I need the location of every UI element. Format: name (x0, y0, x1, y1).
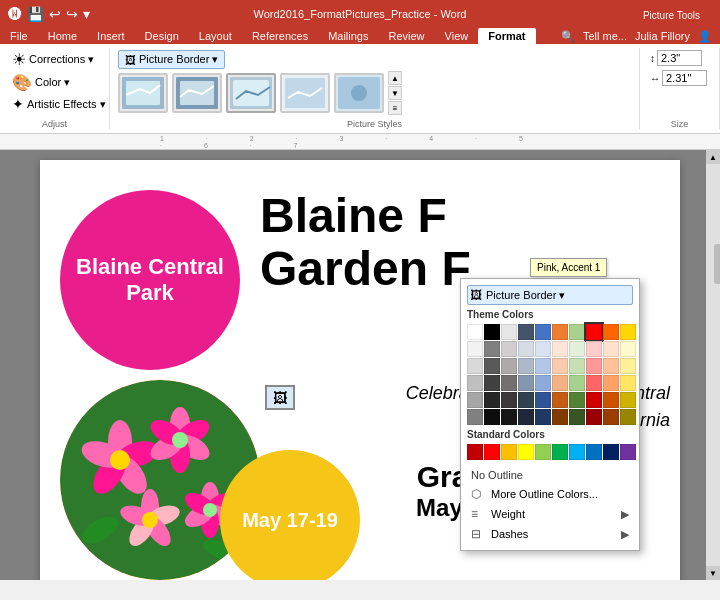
std-color-8[interactable] (586, 444, 602, 460)
color-black[interactable] (484, 324, 500, 340)
style-thumb-1[interactable] (118, 73, 168, 113)
style-scroll-up[interactable]: ▲ (388, 71, 402, 85)
vertical-scrollbar[interactable]: ▲ ▼ (706, 150, 720, 580)
std-color-1[interactable] (467, 444, 483, 460)
color-darkblue[interactable] (518, 324, 534, 340)
weight-option[interactable]: ≡ Weight ▶ (467, 504, 633, 524)
tab-review[interactable]: Review (379, 28, 435, 44)
color-row4-6[interactable] (552, 375, 568, 391)
tab-mailings[interactable]: Mailings (318, 28, 378, 44)
corrections-button[interactable]: ☀ Corrections ▾ (8, 48, 101, 71)
style-thumb-3[interactable] (226, 73, 276, 113)
color-row6-10[interactable] (620, 409, 636, 425)
color-row5-4[interactable] (518, 392, 534, 408)
color-row2-3[interactable] (501, 341, 517, 357)
color-row3-5[interactable] (535, 358, 551, 374)
color-row5-6[interactable] (552, 392, 568, 408)
color-lightgray[interactable] (501, 324, 517, 340)
style-thumb-5[interactable] (334, 73, 384, 113)
tab-layout[interactable]: Layout (189, 28, 242, 44)
tab-insert[interactable]: Insert (87, 28, 135, 44)
style-scroll-down[interactable]: ▼ (388, 86, 402, 100)
scroll-down-button[interactable]: ▼ (706, 566, 720, 580)
color-row2-1[interactable] (467, 341, 483, 357)
color-row4-2[interactable] (484, 375, 500, 391)
color-row6-5[interactable] (535, 409, 551, 425)
color-red-selected[interactable] (586, 324, 602, 340)
height-input[interactable] (657, 50, 702, 66)
tab-design[interactable]: Design (135, 28, 189, 44)
color-row6-7[interactable] (569, 409, 585, 425)
no-outline-option[interactable]: No Outline (467, 466, 633, 484)
color-row5-9[interactable] (603, 392, 619, 408)
color-row5-5[interactable] (535, 392, 551, 408)
color-row5-1[interactable] (467, 392, 483, 408)
color-row4-10[interactable] (620, 375, 636, 391)
tell-me-text[interactable]: Tell me... (583, 30, 627, 42)
color-blue[interactable] (535, 324, 551, 340)
color-row5-10[interactable] (620, 392, 636, 408)
color-row4-4[interactable] (518, 375, 534, 391)
style-thumb-2[interactable] (172, 73, 222, 113)
tab-view[interactable]: View (435, 28, 479, 44)
std-color-5[interactable] (535, 444, 551, 460)
color-darkorange[interactable] (603, 324, 619, 340)
color-row4-9[interactable] (603, 375, 619, 391)
tab-references[interactable]: References (242, 28, 318, 44)
std-color-4[interactable] (518, 444, 534, 460)
tab-home[interactable]: Home (38, 28, 87, 44)
color-row2-9[interactable] (603, 341, 619, 357)
color-row3-6[interactable] (552, 358, 568, 374)
color-row2-2[interactable] (484, 341, 500, 357)
color-row3-10[interactable] (620, 358, 636, 374)
dropdown-icon[interactable]: ▾ (83, 6, 90, 22)
color-button[interactable]: 🎨 Color ▾ (8, 71, 101, 94)
color-row4-7[interactable] (569, 375, 585, 391)
color-row5-2[interactable] (484, 392, 500, 408)
style-scroll-buttons[interactable]: ▲ ▼ ≡ (388, 71, 402, 115)
color-row6-3[interactable] (501, 409, 517, 425)
color-row5-3[interactable] (501, 392, 517, 408)
color-row3-4[interactable] (518, 358, 534, 374)
dashes-option[interactable]: ⊟ Dashes ▶ (467, 524, 633, 544)
color-row3-8[interactable] (586, 358, 602, 374)
color-row3-2[interactable] (484, 358, 500, 374)
color-row4-5[interactable] (535, 375, 551, 391)
save-icon[interactable]: 💾 (27, 6, 44, 22)
std-color-7[interactable] (569, 444, 585, 460)
color-row5-8[interactable] (586, 392, 602, 408)
redo-icon[interactable]: ↪ (66, 6, 78, 22)
color-row5-7[interactable] (569, 392, 585, 408)
color-row2-6[interactable] (552, 341, 568, 357)
color-row6-8[interactable] (586, 409, 602, 425)
color-row2-4[interactable] (518, 341, 534, 357)
color-row3-1[interactable] (467, 358, 483, 374)
std-color-2[interactable] (484, 444, 500, 460)
color-row6-4[interactable] (518, 409, 534, 425)
picture-border-button[interactable]: 🖼 Picture Border ▾ (118, 50, 225, 69)
more-outline-colors-option[interactable]: ⬡ More Outline Colors... (467, 484, 633, 504)
color-row3-9[interactable] (603, 358, 619, 374)
color-gold[interactable] (620, 324, 636, 340)
color-row3-7[interactable] (569, 358, 585, 374)
artistic-effects-button[interactable]: ✦ Artistic Effects ▾ (8, 94, 101, 114)
style-dropdown[interactable]: ≡ (388, 101, 402, 115)
color-row2-7[interactable] (569, 341, 585, 357)
color-row3-3[interactable] (501, 358, 517, 374)
color-row2-10[interactable] (620, 341, 636, 357)
tab-format[interactable]: Format (478, 28, 535, 44)
color-white[interactable] (467, 324, 483, 340)
scroll-thumb[interactable] (714, 244, 720, 284)
std-color-9[interactable] (603, 444, 619, 460)
color-row6-2[interactable] (484, 409, 500, 425)
width-input[interactable] (662, 70, 707, 86)
color-row6-6[interactable] (552, 409, 568, 425)
undo-icon[interactable]: ↩ (49, 6, 61, 22)
tab-file[interactable]: File (0, 28, 38, 44)
color-orange[interactable] (552, 324, 568, 340)
color-row2-8[interactable] (586, 341, 602, 357)
color-row4-1[interactable] (467, 375, 483, 391)
std-color-6[interactable] (552, 444, 568, 460)
color-row2-5[interactable] (535, 341, 551, 357)
color-row6-1[interactable] (467, 409, 483, 425)
